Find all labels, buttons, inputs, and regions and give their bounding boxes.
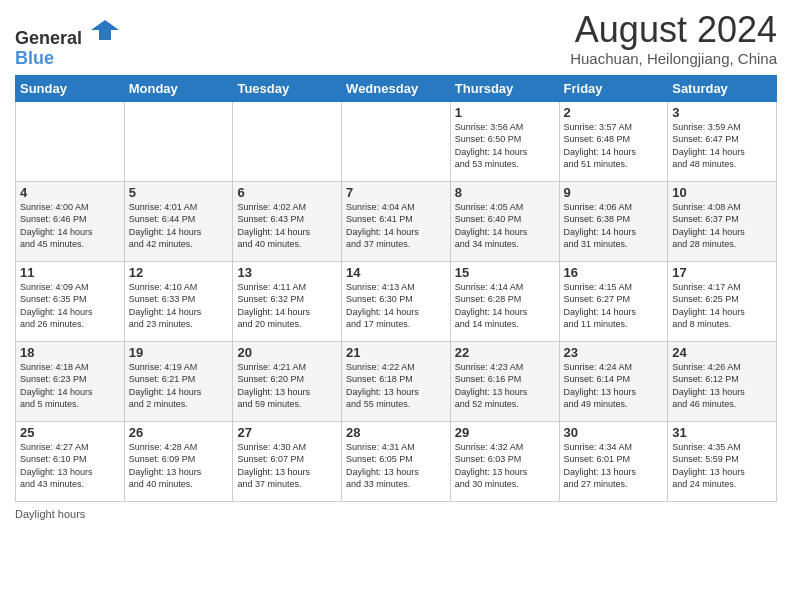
day-info: Sunrise: 3:56 AM Sunset: 6:50 PM Dayligh…: [455, 121, 555, 171]
logo-general: General: [15, 16, 119, 49]
calendar-cell: 14Sunrise: 4:13 AM Sunset: 6:30 PM Dayli…: [342, 261, 451, 341]
title-area: August 2024 Huachuan, Heilongjiang, Chin…: [570, 10, 777, 67]
day-number: 7: [346, 185, 446, 200]
calendar-week-row: 1Sunrise: 3:56 AM Sunset: 6:50 PM Daylig…: [16, 101, 777, 181]
day-info: Sunrise: 4:28 AM Sunset: 6:09 PM Dayligh…: [129, 441, 229, 491]
day-number: 8: [455, 185, 555, 200]
header: General Blue August 2024 Huachuan, Heilo…: [15, 10, 777, 69]
calendar-cell: 28Sunrise: 4:31 AM Sunset: 6:05 PM Dayli…: [342, 421, 451, 501]
day-info: Sunrise: 4:26 AM Sunset: 6:12 PM Dayligh…: [672, 361, 772, 411]
footer-note: Daylight hours: [15, 508, 777, 520]
day-number: 10: [672, 185, 772, 200]
day-number: 29: [455, 425, 555, 440]
day-number: 6: [237, 185, 337, 200]
day-info: Sunrise: 4:00 AM Sunset: 6:46 PM Dayligh…: [20, 201, 120, 251]
day-info: Sunrise: 4:35 AM Sunset: 5:59 PM Dayligh…: [672, 441, 772, 491]
day-number: 1: [455, 105, 555, 120]
calendar-subtitle: Huachuan, Heilongjiang, China: [570, 50, 777, 67]
header-row: SundayMondayTuesdayWednesdayThursdayFrid…: [16, 75, 777, 101]
day-number: 17: [672, 265, 772, 280]
day-info: Sunrise: 4:02 AM Sunset: 6:43 PM Dayligh…: [237, 201, 337, 251]
day-info: Sunrise: 4:31 AM Sunset: 6:05 PM Dayligh…: [346, 441, 446, 491]
calendar-cell: [16, 101, 125, 181]
day-number: 14: [346, 265, 446, 280]
weekday-header: Monday: [124, 75, 233, 101]
day-number: 5: [129, 185, 229, 200]
calendar-cell: 20Sunrise: 4:21 AM Sunset: 6:20 PM Dayli…: [233, 341, 342, 421]
calendar-cell: 9Sunrise: 4:06 AM Sunset: 6:38 PM Daylig…: [559, 181, 668, 261]
day-info: Sunrise: 4:32 AM Sunset: 6:03 PM Dayligh…: [455, 441, 555, 491]
calendar-cell: 30Sunrise: 4:34 AM Sunset: 6:01 PM Dayli…: [559, 421, 668, 501]
day-info: Sunrise: 4:13 AM Sunset: 6:30 PM Dayligh…: [346, 281, 446, 331]
day-number: 16: [564, 265, 664, 280]
day-info: Sunrise: 4:23 AM Sunset: 6:16 PM Dayligh…: [455, 361, 555, 411]
day-info: Sunrise: 4:17 AM Sunset: 6:25 PM Dayligh…: [672, 281, 772, 331]
calendar-cell: 21Sunrise: 4:22 AM Sunset: 6:18 PM Dayli…: [342, 341, 451, 421]
calendar-week-row: 11Sunrise: 4:09 AM Sunset: 6:35 PM Dayli…: [16, 261, 777, 341]
day-number: 25: [20, 425, 120, 440]
calendar-cell: 6Sunrise: 4:02 AM Sunset: 6:43 PM Daylig…: [233, 181, 342, 261]
calendar-cell: 27Sunrise: 4:30 AM Sunset: 6:07 PM Dayli…: [233, 421, 342, 501]
calendar-cell: 8Sunrise: 4:05 AM Sunset: 6:40 PM Daylig…: [450, 181, 559, 261]
calendar-week-row: 4Sunrise: 4:00 AM Sunset: 6:46 PM Daylig…: [16, 181, 777, 261]
day-number: 12: [129, 265, 229, 280]
calendar-week-row: 18Sunrise: 4:18 AM Sunset: 6:23 PM Dayli…: [16, 341, 777, 421]
calendar-cell: 25Sunrise: 4:27 AM Sunset: 6:10 PM Dayli…: [16, 421, 125, 501]
day-number: 18: [20, 345, 120, 360]
calendar-cell: 10Sunrise: 4:08 AM Sunset: 6:37 PM Dayli…: [668, 181, 777, 261]
day-info: Sunrise: 4:24 AM Sunset: 6:14 PM Dayligh…: [564, 361, 664, 411]
calendar-week-row: 25Sunrise: 4:27 AM Sunset: 6:10 PM Dayli…: [16, 421, 777, 501]
day-number: 3: [672, 105, 772, 120]
calendar-title: August 2024: [570, 10, 777, 50]
calendar-cell: 7Sunrise: 4:04 AM Sunset: 6:41 PM Daylig…: [342, 181, 451, 261]
calendar-cell: 31Sunrise: 4:35 AM Sunset: 5:59 PM Dayli…: [668, 421, 777, 501]
svg-marker-0: [91, 20, 119, 40]
calendar-cell: [233, 101, 342, 181]
calendar-cell: 5Sunrise: 4:01 AM Sunset: 6:44 PM Daylig…: [124, 181, 233, 261]
day-number: 24: [672, 345, 772, 360]
day-number: 31: [672, 425, 772, 440]
day-number: 19: [129, 345, 229, 360]
day-info: Sunrise: 4:22 AM Sunset: 6:18 PM Dayligh…: [346, 361, 446, 411]
day-info: Sunrise: 3:57 AM Sunset: 6:48 PM Dayligh…: [564, 121, 664, 171]
day-info: Sunrise: 4:04 AM Sunset: 6:41 PM Dayligh…: [346, 201, 446, 251]
day-info: Sunrise: 4:06 AM Sunset: 6:38 PM Dayligh…: [564, 201, 664, 251]
day-number: 21: [346, 345, 446, 360]
calendar-cell: 18Sunrise: 4:18 AM Sunset: 6:23 PM Dayli…: [16, 341, 125, 421]
calendar-cell: 11Sunrise: 4:09 AM Sunset: 6:35 PM Dayli…: [16, 261, 125, 341]
day-number: 9: [564, 185, 664, 200]
weekday-header: Friday: [559, 75, 668, 101]
calendar-cell: 26Sunrise: 4:28 AM Sunset: 6:09 PM Dayli…: [124, 421, 233, 501]
logo-bird-icon: [91, 16, 119, 44]
day-info: Sunrise: 4:19 AM Sunset: 6:21 PM Dayligh…: [129, 361, 229, 411]
day-number: 23: [564, 345, 664, 360]
calendar-cell: 3Sunrise: 3:59 AM Sunset: 6:47 PM Daylig…: [668, 101, 777, 181]
calendar-cell: 24Sunrise: 4:26 AM Sunset: 6:12 PM Dayli…: [668, 341, 777, 421]
weekday-header: Tuesday: [233, 75, 342, 101]
calendar-cell: 4Sunrise: 4:00 AM Sunset: 6:46 PM Daylig…: [16, 181, 125, 261]
day-number: 27: [237, 425, 337, 440]
day-info: Sunrise: 4:10 AM Sunset: 6:33 PM Dayligh…: [129, 281, 229, 331]
day-number: 2: [564, 105, 664, 120]
day-info: Sunrise: 4:30 AM Sunset: 6:07 PM Dayligh…: [237, 441, 337, 491]
day-info: Sunrise: 4:14 AM Sunset: 6:28 PM Dayligh…: [455, 281, 555, 331]
day-info: Sunrise: 4:11 AM Sunset: 6:32 PM Dayligh…: [237, 281, 337, 331]
logo: General Blue: [15, 16, 119, 69]
day-info: Sunrise: 4:27 AM Sunset: 6:10 PM Dayligh…: [20, 441, 120, 491]
calendar-cell: [124, 101, 233, 181]
day-number: 20: [237, 345, 337, 360]
weekday-header: Saturday: [668, 75, 777, 101]
day-number: 28: [346, 425, 446, 440]
day-number: 11: [20, 265, 120, 280]
weekday-header: Sunday: [16, 75, 125, 101]
day-number: 26: [129, 425, 229, 440]
day-info: Sunrise: 3:59 AM Sunset: 6:47 PM Dayligh…: [672, 121, 772, 171]
calendar-cell: [342, 101, 451, 181]
calendar-cell: 13Sunrise: 4:11 AM Sunset: 6:32 PM Dayli…: [233, 261, 342, 341]
day-info: Sunrise: 4:01 AM Sunset: 6:44 PM Dayligh…: [129, 201, 229, 251]
calendar-cell: 22Sunrise: 4:23 AM Sunset: 6:16 PM Dayli…: [450, 341, 559, 421]
day-number: 13: [237, 265, 337, 280]
calendar-cell: 23Sunrise: 4:24 AM Sunset: 6:14 PM Dayli…: [559, 341, 668, 421]
calendar-cell: 17Sunrise: 4:17 AM Sunset: 6:25 PM Dayli…: [668, 261, 777, 341]
day-number: 22: [455, 345, 555, 360]
